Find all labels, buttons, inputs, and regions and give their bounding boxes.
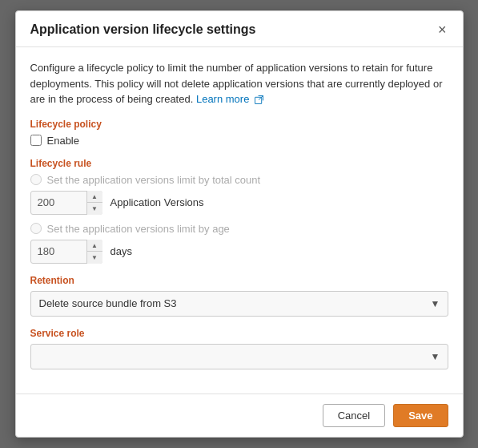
- age-spinner: ▲ ▼: [86, 240, 102, 264]
- description-text: Configure a lifecycle policy to limit th…: [30, 60, 448, 107]
- retention-select[interactable]: Delete source bundle from S3 Retain sour…: [30, 291, 448, 317]
- count-spinner-up[interactable]: ▲: [87, 191, 102, 204]
- radio-row-count: Set the application versions limit by to…: [30, 174, 448, 186]
- age-input-row: ▲ ▼ days: [30, 240, 448, 264]
- lifecycle-rule-label: Lifecycle rule: [30, 158, 448, 169]
- retention-label: Retention: [30, 275, 448, 286]
- lifecycle-policy-label: Lifecycle policy: [30, 119, 448, 130]
- service-role-label: Service role: [30, 328, 448, 339]
- modal-body: Configure a lifecycle policy to limit th…: [16, 47, 463, 394]
- radio-row-age: Set the application versions limit by ag…: [30, 223, 448, 235]
- count-unit-label: Application Versions: [110, 196, 204, 208]
- modal-footer: Cancel Save: [16, 394, 463, 437]
- count-input-wrap: ▲ ▼: [30, 191, 102, 215]
- cancel-button[interactable]: Cancel: [323, 404, 385, 427]
- modal-header: Application version lifecycle settings ×: [16, 11, 463, 47]
- enable-checkbox-row: Enable: [30, 135, 448, 147]
- external-link-icon: [255, 95, 263, 104]
- modal-dialog: Application version lifecycle settings ×…: [15, 10, 464, 438]
- retention-select-wrap: Delete source bundle from S3 Retain sour…: [30, 291, 448, 317]
- radio-count[interactable]: [30, 174, 42, 185]
- service-role-select[interactable]: [30, 344, 448, 369]
- svg-line-1: [259, 96, 263, 100]
- lifecycle-rule-section: Set the application versions limit by to…: [30, 174, 448, 264]
- save-button[interactable]: Save: [393, 404, 448, 427]
- service-role-section: Service role ▼: [30, 328, 448, 369]
- age-input-wrap: ▲ ▼: [30, 240, 102, 264]
- retention-section: Retention Delete source bundle from S3 R…: [30, 275, 448, 317]
- close-button[interactable]: ×: [436, 22, 448, 37]
- learn-more-link[interactable]: Learn more: [196, 93, 249, 105]
- service-role-select-wrap: ▼: [30, 344, 448, 369]
- count-spinner-down[interactable]: ▼: [87, 203, 102, 215]
- radio-age[interactable]: [30, 223, 42, 234]
- enable-checkbox[interactable]: [30, 135, 42, 146]
- age-spinner-up[interactable]: ▲: [87, 240, 102, 252]
- age-unit-label: days: [110, 245, 132, 257]
- radio-age-label[interactable]: Set the application versions limit by ag…: [47, 223, 230, 235]
- modal-title: Application version lifecycle settings: [30, 22, 256, 37]
- modal-overlay: Application version lifecycle settings ×…: [0, 0, 478, 448]
- enable-label[interactable]: Enable: [47, 135, 79, 147]
- radio-count-label[interactable]: Set the application versions limit by to…: [47, 174, 261, 186]
- count-spinner: ▲ ▼: [86, 191, 102, 215]
- age-spinner-down[interactable]: ▼: [87, 252, 102, 264]
- count-input-row: ▲ ▼ Application Versions: [30, 191, 448, 215]
